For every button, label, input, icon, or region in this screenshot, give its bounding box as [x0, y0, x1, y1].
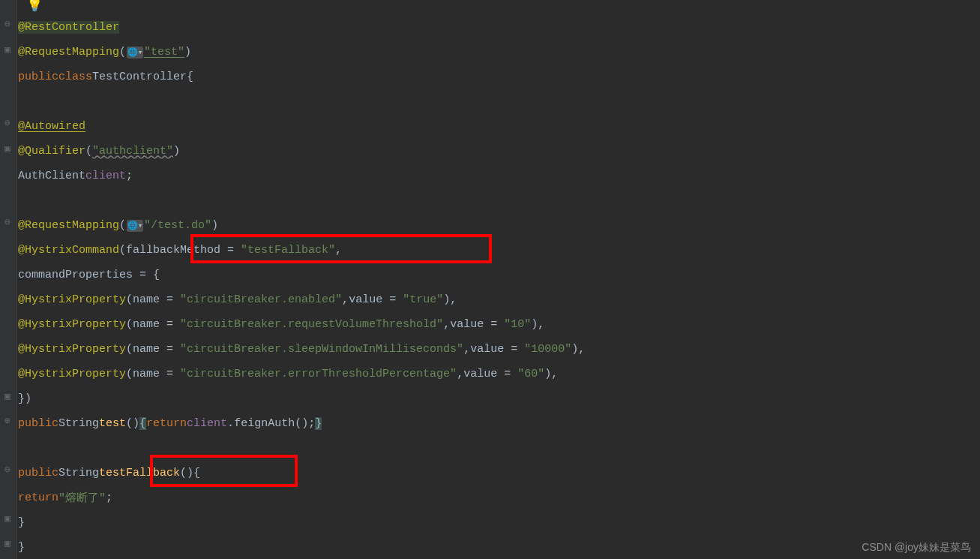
annotation-hystrixprop: @HystrixProperty	[18, 343, 126, 356]
impl-icon[interactable]: ▣	[2, 392, 13, 402]
globe-icon[interactable]: 🌐▾	[127, 220, 143, 232]
fold-minus-icon[interactable]: ⊖	[2, 218, 13, 228]
string-rongduan: "熔断了"	[58, 491, 106, 505]
string-p4name: "circuitBreaker.errorThresholdPercentage…	[180, 368, 457, 380]
annotation-restcontroller: @RestController	[18, 21, 119, 34]
fold-minus-icon[interactable]: ⊖	[2, 119, 13, 129]
annotation-requestmapping: @RequestMapping	[18, 46, 119, 59]
method-testfallback: testFallback	[99, 467, 180, 479]
string-authclient: "authclient"	[92, 145, 173, 158]
string-p1name: "circuitBreaker.enabled"	[180, 293, 342, 306]
impl-icon[interactable]: ▣	[2, 144, 13, 155]
impl-icon[interactable]: ▣	[2, 514, 13, 524]
string-fallback: "testFallback"	[241, 244, 335, 257]
annotation-hystrixprop: @HystrixProperty	[18, 368, 126, 380]
param-fallback: fallbackMethod =	[126, 244, 241, 257]
impl-icon[interactable]: ▣	[2, 45, 13, 56]
string-p1val: "true"	[403, 293, 443, 306]
param-name: name =	[133, 368, 180, 380]
string-p3val: "10000"	[524, 343, 571, 356]
param-value: value =	[463, 368, 517, 380]
impl-icon[interactable]: ▣	[2, 539, 13, 549]
param-name: name =	[133, 293, 180, 306]
keyword-return: return	[18, 491, 58, 504]
param-cmdprops: commandProperties = {	[18, 269, 160, 281]
param-name: name =	[133, 343, 180, 356]
keyword-public: public	[18, 71, 58, 83]
gutter: ⊖ ▣ ⊖ ▣ ⊖ ▣ ⊕ ⊖ ▣ ▣	[0, 0, 17, 559]
fold-minus-icon[interactable]: ⊖	[2, 20, 13, 30]
string-testdo: "/test.do"	[144, 219, 211, 232]
param-value: value =	[450, 318, 504, 331]
param-value: value =	[349, 293, 403, 306]
call-feignauth: feignAuth	[234, 417, 295, 430]
annotation-hystrixcommand: @HystrixCommand	[18, 244, 119, 257]
annotation-hystrixprop: @HystrixProperty	[18, 293, 126, 306]
param-value: value =	[470, 343, 524, 356]
keyword-return: return	[146, 417, 187, 430]
string-p2name: "circuitBreaker.requestVolumeThreshold"	[180, 318, 443, 331]
keyword-public: public	[18, 467, 58, 479]
param-name: name =	[133, 318, 180, 331]
string-p4val: "60"	[517, 368, 544, 380]
method-test: test	[99, 417, 126, 430]
fold-minus-icon[interactable]: ⊖	[2, 465, 13, 476]
string-p3name: "circuitBreaker.sleepWindowInMillisecond…	[180, 343, 463, 356]
field-client-ref: client	[187, 417, 227, 430]
fold-plus-icon[interactable]: ⊕	[2, 416, 13, 427]
annotation-autowired: @Autowired	[18, 120, 85, 133]
field-client: client	[85, 170, 126, 182]
globe-icon[interactable]: 🌐▾	[127, 47, 143, 59]
watermark: CSDN @joy妹妹是菜鸟	[862, 541, 971, 554]
type-string: String	[58, 417, 99, 430]
type-string: String	[58, 467, 99, 479]
keyword-class: class	[58, 71, 92, 83]
code-editor[interactable]: @RestController @RequestMapping(🌐▾"test"…	[16, 15, 980, 559]
annotation-hystrixprop: @HystrixProperty	[18, 318, 126, 331]
string-p2val: "10"	[504, 318, 531, 331]
class-name: TestController	[92, 71, 187, 83]
intention-bulb-icon[interactable]: 💡	[26, 0, 43, 13]
annotation-requestmapping-2: @RequestMapping	[18, 219, 119, 232]
annotation-qualifier: @Qualifier	[18, 145, 85, 158]
type-authclient: AuthClient	[18, 170, 85, 182]
string-test: "test"	[144, 46, 184, 59]
keyword-public: public	[18, 417, 58, 430]
